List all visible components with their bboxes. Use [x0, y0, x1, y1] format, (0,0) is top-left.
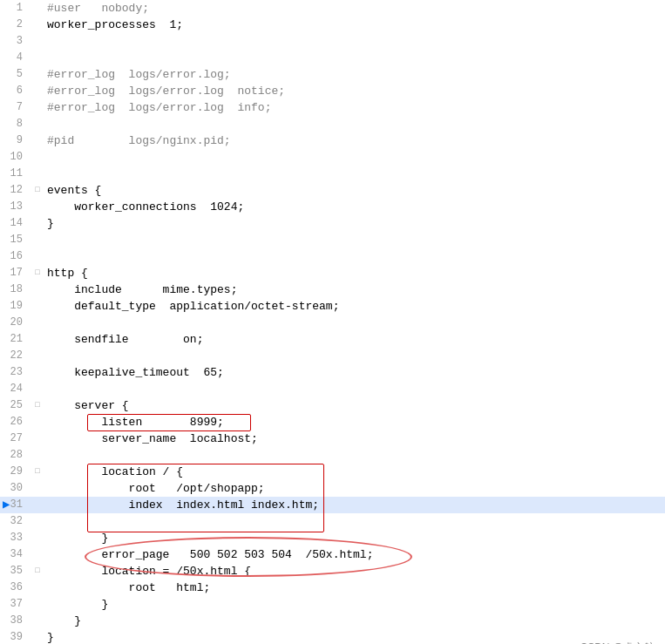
code-line: server { — [44, 397, 665, 414]
line-number: 30 — [0, 480, 31, 497]
code-line — [44, 33, 665, 50]
code-line: keepalive_timeout 65; — [44, 364, 665, 381]
table-row: 36 root html; — [0, 580, 665, 596]
fold-icon — [31, 50, 44, 66]
table-row: 32 — [0, 513, 665, 530]
table-row: 31 index index.html index.htm; — [0, 497, 665, 513]
line-number: 18 — [0, 281, 31, 298]
table-row: 15 — [0, 232, 665, 248]
line-number: 8 — [0, 116, 31, 132]
code-line: default_type application/octet-stream; — [44, 298, 665, 315]
fold-icon[interactable]: □ — [31, 265, 44, 281]
table-row: 24 — [0, 381, 665, 397]
line-number: 19 — [0, 298, 31, 315]
line-number: 29 — [0, 464, 31, 480]
fold-icon — [31, 215, 44, 232]
table-row: 4 — [0, 50, 665, 66]
table-row: 25□ server { — [0, 397, 665, 414]
line-number: 13 — [0, 199, 31, 215]
table-row: 29□ location / { — [0, 464, 665, 480]
code-line: worker_connections 1024; — [44, 199, 665, 215]
code-line — [44, 116, 665, 132]
code-line — [44, 166, 665, 182]
fold-icon — [31, 414, 44, 430]
table-row: 28 — [0, 447, 665, 464]
fold-icon — [31, 364, 44, 381]
code-line: } — [44, 596, 665, 613]
table-row: 17□http { — [0, 265, 665, 281]
fold-icon — [31, 546, 44, 563]
code-table: 1#user nobody;2worker_processes 1;345#er… — [0, 0, 665, 644]
table-row: 14} — [0, 215, 665, 232]
line-number: 20 — [0, 315, 31, 331]
fold-icon — [31, 132, 44, 149]
table-row: 1#user nobody; — [0, 0, 665, 17]
fold-icon — [31, 629, 44, 644]
fold-icon — [31, 66, 44, 83]
table-row: 7#error_log logs/error.log info; — [0, 99, 665, 116]
fold-icon — [31, 315, 44, 331]
table-row: 26 listen 8999; — [0, 414, 665, 430]
code-line: location / { — [44, 464, 665, 480]
fold-icon[interactable]: □ — [31, 563, 44, 580]
table-row: 23 keepalive_timeout 65; — [0, 364, 665, 381]
code-container: 1#user nobody;2worker_processes 1;345#er… — [0, 0, 665, 644]
table-row: 22 — [0, 348, 665, 364]
code-line: http { — [44, 265, 665, 281]
fold-icon — [31, 530, 44, 546]
code-line — [44, 513, 665, 530]
line-number: 35 — [0, 563, 31, 580]
line-number: 37 — [0, 596, 31, 613]
table-row: 10 — [0, 149, 665, 166]
code-line: events { — [44, 182, 665, 199]
table-row: 20 — [0, 315, 665, 331]
table-row: 27 server_name localhost; — [0, 430, 665, 447]
fold-icon[interactable]: □ — [31, 182, 44, 199]
line-number: 23 — [0, 364, 31, 381]
code-line — [44, 381, 665, 397]
table-row: 38 } — [0, 613, 665, 629]
code-line: #error_log logs/error.log info; — [44, 99, 665, 116]
line-number: 38 — [0, 613, 31, 629]
table-row: 6#error_log logs/error.log notice; — [0, 83, 665, 99]
code-line — [44, 447, 665, 464]
code-line: #error_log logs/error.log notice; — [44, 83, 665, 99]
fold-icon — [31, 331, 44, 348]
line-number: 24 — [0, 381, 31, 397]
code-line — [44, 149, 665, 166]
code-line: root html; — [44, 580, 665, 596]
table-row: 5#error_log logs/error.log; — [0, 66, 665, 83]
line-number: 17 — [0, 265, 31, 281]
code-line: include mime.types; — [44, 281, 665, 298]
fold-icon — [31, 348, 44, 364]
code-line: index index.html index.htm; — [44, 497, 665, 513]
fold-icon — [31, 0, 44, 17]
line-number: 39 — [0, 629, 31, 644]
line-number: 28 — [0, 447, 31, 464]
code-line: worker_processes 1; — [44, 17, 665, 33]
line-number: 4 — [0, 50, 31, 66]
table-row: 35□ location = /50x.html { — [0, 563, 665, 580]
fold-icon — [31, 248, 44, 265]
code-line — [44, 348, 665, 364]
line-number: 9 — [0, 132, 31, 149]
code-line: } — [44, 613, 665, 629]
line-number: 10 — [0, 149, 31, 166]
table-row: 13 worker_connections 1024; — [0, 199, 665, 215]
fold-icon[interactable]: □ — [31, 464, 44, 480]
line-number: 6 — [0, 83, 31, 99]
table-row: 37 } — [0, 596, 665, 613]
line-number: 5 — [0, 66, 31, 83]
fold-icon[interactable]: □ — [31, 397, 44, 414]
fold-icon — [31, 580, 44, 596]
fold-icon — [31, 480, 44, 497]
code-line — [44, 232, 665, 248]
line-number: 2 — [0, 17, 31, 33]
fold-icon — [31, 281, 44, 298]
line-number: 21 — [0, 331, 31, 348]
table-row: 39} — [0, 629, 665, 644]
line-number: 25 — [0, 397, 31, 414]
line-number: 15 — [0, 232, 31, 248]
line-number: 33 — [0, 530, 31, 546]
line-number: 14 — [0, 215, 31, 232]
